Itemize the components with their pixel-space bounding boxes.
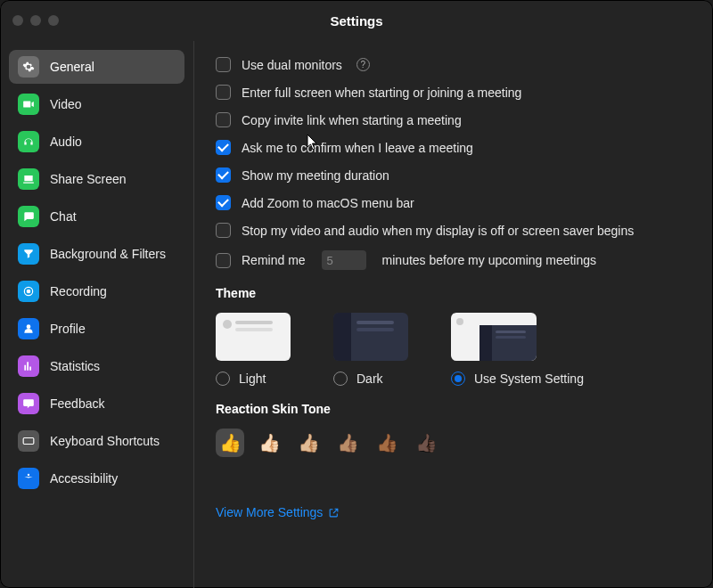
sidebar-item-label: Feedback [50, 396, 104, 411]
zoom-dot[interactable] [48, 15, 59, 26]
option-label: Use dual monitors [242, 58, 342, 72]
option-label: Copy invite link when starting a meeting [242, 113, 462, 127]
gear-icon [18, 56, 39, 78]
sidebar-item-label: Accessibility [50, 471, 118, 486]
sidebar-item-label: Profile [50, 322, 86, 336]
skin-tone-option[interactable]: 👍 [216, 429, 244, 457]
sidebar-item-video[interactable]: Video [9, 87, 184, 121]
option-label: Show my meeting duration [242, 168, 389, 183]
minimize-dot[interactable] [30, 15, 41, 26]
view-more-settings-link[interactable]: View More Settings [216, 505, 692, 519]
keyboard-icon [18, 430, 39, 452]
theme-dark[interactable]: Dark [333, 313, 408, 386]
filters-icon [18, 243, 39, 265]
theme-system-radio[interactable] [451, 372, 465, 386]
svg-point-2 [27, 324, 31, 329]
option-checkbox[interactable] [216, 140, 231, 155]
sidebar-item-feedback[interactable]: Feedback [9, 387, 184, 421]
sidebar-item-label: Chat [50, 209, 77, 224]
option-label: Ask me to confirm when I leave a meeting [242, 141, 473, 155]
sidebar-item-chat[interactable]: Chat [9, 200, 184, 233]
skin-tone-option[interactable]: 👍🏼 [294, 429, 323, 457]
sidebar-item-profile[interactable]: Profile [9, 312, 184, 346]
external-link-icon [328, 507, 340, 519]
theme-system-thumb [451, 313, 537, 361]
window-title: Settings [330, 13, 382, 29]
theme-dark-label: Dark [356, 372, 383, 386]
chat-icon [18, 206, 39, 227]
sidebar-item-statistics[interactable]: Statistics [9, 349, 184, 383]
skin-tone-option[interactable]: 👍🏾 [373, 429, 401, 457]
sidebar-item-accessibility[interactable]: Accessibility [9, 461, 184, 495]
a11y-icon [18, 468, 39, 489]
theme-light-thumb [216, 313, 291, 361]
option-checkbox[interactable] [216, 195, 231, 210]
titlebar: Settings [0, 0, 713, 41]
remind-checkbox[interactable] [216, 253, 231, 268]
svg-rect-3 [23, 438, 34, 445]
record-icon [18, 281, 39, 302]
option-row: Enter full screen when starting or joini… [216, 85, 692, 100]
sidebar-item-general[interactable]: General [9, 50, 184, 84]
option-label: Add Zoom to macOS menu bar [242, 196, 414, 210]
stats-icon [18, 355, 39, 377]
sidebar-item-recording[interactable]: Recording [9, 274, 184, 308]
theme-options: Light Dark Use System Setting [216, 313, 692, 386]
theme-light-label: Light [239, 372, 266, 386]
feedback-icon [18, 393, 39, 414]
theme-light-radio[interactable] [216, 372, 230, 386]
settings-panel: Use dual monitors?Enter full screen when… [194, 41, 713, 588]
sidebar-item-keyboard-shortcuts[interactable]: Keyboard Shortcuts [9, 424, 184, 458]
option-row: Stop my video and audio when my display … [216, 223, 692, 238]
share-icon [18, 168, 39, 190]
sidebar-item-label: Keyboard Shortcuts [50, 434, 160, 448]
skin-tone-option[interactable]: 👍🏻 [255, 429, 283, 457]
option-row: Copy invite link when starting a meeting [216, 112, 692, 127]
skin-tone-option[interactable]: 👍🏽 [333, 429, 362, 457]
option-checkbox[interactable] [216, 167, 231, 183]
option-row: Use dual monitors? [216, 57, 692, 72]
svg-point-1 [27, 290, 31, 294]
theme-title: Theme [216, 286, 692, 300]
option-row: Ask me to confirm when I leave a meeting [216, 140, 692, 155]
close-dot[interactable] [12, 15, 23, 26]
option-checkbox[interactable] [216, 112, 231, 127]
theme-system-label: Use System Setting [474, 372, 584, 386]
sidebar-item-audio[interactable]: Audio [9, 125, 184, 159]
remind-suffix: minutes before my upcoming meetings [382, 253, 596, 267]
view-more-label: View More Settings [216, 505, 323, 519]
skin-tone-option[interactable]: 👍🏿 [412, 429, 440, 457]
skin-tones: 👍👍🏻👍🏼👍🏽👍🏾👍🏿 [216, 429, 692, 457]
option-checkbox[interactable] [216, 223, 231, 238]
audio-icon [18, 131, 39, 152]
theme-light[interactable]: Light [216, 313, 291, 386]
sidebar-item-label: Statistics [50, 359, 100, 373]
option-row: Add Zoom to macOS menu bar [216, 195, 692, 210]
sidebar-item-label: Background & Filters [50, 247, 166, 261]
sidebar-item-label: Recording [50, 284, 107, 298]
video-icon [18, 94, 39, 115]
sidebar-item-label: Video [50, 97, 82, 111]
option-label: Stop my video and audio when my display … [242, 224, 634, 238]
sidebar-item-share-screen[interactable]: Share Screen [9, 162, 184, 196]
remind-minutes-input[interactable] [322, 250, 366, 270]
option-label: Enter full screen when starting or joini… [242, 86, 521, 100]
skin-title: Reaction Skin Tone [216, 402, 692, 416]
option-checkbox[interactable] [216, 85, 231, 100]
theme-dark-radio[interactable] [333, 372, 348, 386]
profile-icon [18, 318, 39, 339]
sidebar: GeneralVideoAudioShare ScreenChatBackgro… [0, 41, 194, 588]
sidebar-item-label: Audio [50, 135, 82, 149]
theme-dark-thumb [333, 313, 408, 361]
window-controls[interactable] [12, 15, 59, 26]
help-icon[interactable]: ? [356, 58, 370, 71]
remind-option: Remind me minutes before my upcoming mee… [216, 250, 692, 270]
sidebar-item-background-filters[interactable]: Background & Filters [9, 237, 184, 271]
svg-point-4 [28, 474, 29, 476]
theme-system[interactable]: Use System Setting [451, 313, 584, 386]
remind-prefix: Remind me [242, 253, 306, 267]
sidebar-item-label: General [50, 60, 94, 74]
option-checkbox[interactable] [216, 57, 231, 72]
sidebar-item-label: Share Screen [50, 172, 127, 186]
option-row: Show my meeting duration [216, 167, 692, 183]
